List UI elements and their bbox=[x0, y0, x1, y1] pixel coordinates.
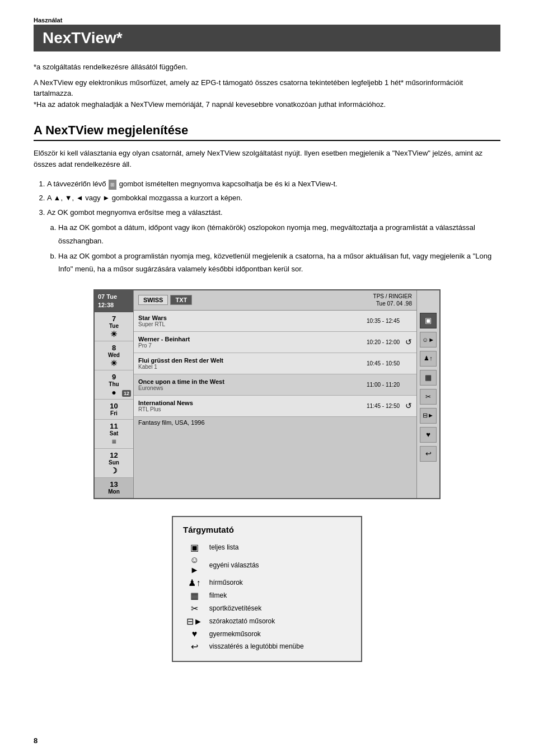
targy-label-6: gyermekműsorok bbox=[206, 628, 351, 640]
targy-row-6: ♥ gyermekműsorok bbox=[183, 628, 351, 640]
targy-row-0: ▣ teljes lista bbox=[183, 541, 351, 554]
targy-label-2: hírműsorok bbox=[206, 576, 351, 589]
targy-label-1: egyéni választás bbox=[206, 554, 351, 576]
epg-screen: 07 Tue 12:38 7 Tue ☀ 8 Wed ☀ 9 Thu ● 121… bbox=[93, 289, 441, 499]
epg-day-icon: ☀ bbox=[110, 330, 118, 339]
epg-day-badge: 12 bbox=[122, 390, 131, 397]
epg-tab-txt[interactable]: TXT bbox=[170, 295, 192, 305]
epg-record-icon: ↺ bbox=[405, 401, 412, 410]
epg-day-name: Sun bbox=[109, 459, 119, 466]
epg-day-thu[interactable]: 9 Thu ● 12 bbox=[95, 370, 133, 400]
targy-icon-0: ▣ bbox=[183, 541, 206, 554]
targy-label-4: sportközvetítések bbox=[206, 602, 351, 615]
targy-title: Tárgymutató bbox=[183, 525, 351, 534]
targy-label-5: szórakoztató műsorok bbox=[206, 615, 351, 628]
epg-day-icon: ☀ bbox=[110, 359, 118, 368]
epg-right-icons: ▣ ☺► ♟↑ ▦ ✂ ⊟► ♥ ↩ bbox=[417, 290, 439, 498]
epg-header-center: SWISS TXT TPS / RINGIER Tue 07. 04 .98 bbox=[134, 290, 416, 311]
intro1: *a szolgáltatás rendelkezésre állásától … bbox=[34, 62, 500, 73]
epg-day-mon[interactable]: 13 Mon bbox=[95, 478, 133, 498]
epg-programs-container: Star Wars Super RTL 10:35 - 12:45 Werner… bbox=[134, 311, 416, 417]
epg-day-name: Wed bbox=[108, 352, 120, 358]
epg-program-row-1[interactable]: Werner - Beinhart Pro 7 10:20 - 12:00 ↺ bbox=[134, 332, 416, 353]
epg-icon-children[interactable]: ♥ bbox=[420, 427, 437, 443]
epg-day-name: Mon bbox=[108, 489, 120, 495]
targy-label-0: teljes lista bbox=[206, 541, 351, 554]
epg-program-row-0[interactable]: Star Wars Super RTL 10:35 - 12:45 bbox=[134, 311, 416, 332]
epg-day-num: 13 bbox=[110, 480, 118, 489]
epg-day-sun[interactable]: 12 Sun ☽ bbox=[95, 449, 133, 478]
targy-icon-5: ⊟► bbox=[183, 615, 206, 628]
epg-header-info: TPS / RINGIER Tue 07. 04 .98 bbox=[373, 293, 412, 307]
epg-day-icon: ☽ bbox=[110, 466, 118, 475]
keyboard-icon: ⊞ bbox=[109, 180, 116, 190]
epg-day-name: Tue bbox=[109, 323, 119, 329]
targy-icon-3: ▦ bbox=[183, 589, 206, 602]
epg-days-container: 7 Tue ☀ 8 Wed ☀ 9 Thu ● 1210 Fri 11 Sat … bbox=[95, 312, 133, 498]
epg-day-num: 10 bbox=[110, 402, 118, 410]
targy-icon-2: ♟↑ bbox=[183, 576, 206, 589]
epg-day-tue[interactable]: 7 Tue ☀ bbox=[95, 312, 133, 341]
targy-row-1: ☺► egyéni választás bbox=[183, 554, 351, 576]
targy-row-4: ✂ sportközvetítések bbox=[183, 602, 351, 615]
page-title: NexTView* bbox=[43, 29, 491, 47]
substep-b: Ha az OK gombot a programlistán nyomja m… bbox=[58, 250, 500, 276]
epg-program-time: 11:45 - 12:50 bbox=[367, 403, 400, 409]
epg-day-num: 11 bbox=[110, 422, 118, 430]
epg-icon-list[interactable]: ▣ bbox=[420, 313, 437, 328]
step-2: A ▲, ▼, ◄ vagy ► gombokkal mozgassa a ku… bbox=[47, 191, 500, 204]
epg-day-icon: ≡ bbox=[111, 437, 116, 446]
epg-header-time: 12:38 bbox=[98, 302, 114, 308]
epg-day-icon: ● bbox=[111, 388, 116, 397]
epg-day-sat[interactable]: 11 Sat ≡ bbox=[95, 420, 133, 449]
epg-day-num: 7 bbox=[112, 314, 116, 323]
epg-icon-personal[interactable]: ☺► bbox=[420, 332, 437, 348]
epg-icon-entertainment[interactable]: ⊟► bbox=[420, 408, 437, 424]
targy-table: ▣ teljes lista ☺► egyéni választás ♟↑ hí… bbox=[183, 541, 351, 653]
targy-row-5: ⊟► szórakoztató műsorok bbox=[183, 615, 351, 628]
step-1: A távvezérlőn lévő ⊞ gombot ismételten m… bbox=[47, 177, 500, 190]
epg-day-column: 07 Tue 12:38 7 Tue ☀ 8 Wed ☀ 9 Thu ● 121… bbox=[95, 290, 134, 498]
epg-day-fri[interactable]: 10 Fri bbox=[95, 400, 133, 420]
epg-program-time: 10:20 - 12:00 bbox=[367, 339, 400, 345]
targy-row-2: ♟↑ hírműsorok bbox=[183, 576, 351, 589]
step-3: Az OK gombot megnyomva erősítse meg a vá… bbox=[47, 206, 500, 276]
epg-day-num: 12 bbox=[110, 451, 118, 459]
intro2: A NexTView egy elektronikus műsorfüzet, … bbox=[34, 77, 500, 110]
epg-program-column: SWISS TXT TPS / RINGIER Tue 07. 04 .98 S… bbox=[134, 290, 417, 498]
epg-program-time: 10:35 - 12:45 bbox=[367, 318, 400, 324]
title-box: NexTView* bbox=[34, 25, 500, 51]
epg-day-name: Thu bbox=[109, 381, 119, 387]
epg-day-wed[interactable]: 8 Wed ☀ bbox=[95, 341, 133, 370]
targy-label-3: filmek bbox=[206, 589, 351, 602]
targy-icon-7: ↩ bbox=[183, 640, 206, 653]
targy-tbody: ▣ teljes lista ☺► egyéni választás ♟↑ hí… bbox=[183, 541, 351, 653]
epg-icon-films[interactable]: ▦ bbox=[420, 370, 437, 386]
epg-icon-sports[interactable]: ✂ bbox=[420, 389, 437, 405]
targy-container: Tárgymutató ▣ teljes lista ☺► egyéni vál… bbox=[172, 516, 362, 662]
epg-program-row-2[interactable]: Flui grüsst den Rest der Welt Kabel 1 10… bbox=[134, 353, 416, 374]
epg-day-name: Sat bbox=[110, 430, 119, 436]
hasznalat-label: Használat bbox=[34, 17, 500, 24]
steps-list: A távvezérlőn lévő ⊞ gombot ismételten m… bbox=[47, 177, 500, 276]
epg-program-row-4[interactable]: International News RTL Plus 11:45 - 12:5… bbox=[134, 396, 416, 417]
targy-icon-6: ♥ bbox=[183, 628, 206, 640]
epg-record-icon: ↺ bbox=[405, 337, 412, 346]
epg-program-row-3[interactable]: Once upon a time in the West Euronews 11… bbox=[134, 374, 416, 396]
epg-info-line1: TPS / RINGIER bbox=[373, 293, 412, 299]
epg-day-num: 8 bbox=[112, 344, 116, 352]
targy-icon-4: ✂ bbox=[183, 602, 206, 615]
epg-current-datetime: 07 Tue 12:38 bbox=[95, 290, 133, 312]
epg-program-time: 11:00 - 11:20 bbox=[367, 382, 400, 388]
section-title: A NexTView megjelenítése bbox=[34, 123, 500, 141]
epg-icon-news[interactable]: ♟↑ bbox=[420, 351, 437, 367]
targy-row-7: ↩ visszatérés a legutóbbi menübe bbox=[183, 640, 351, 653]
targy-row-3: ▦ filmek bbox=[183, 589, 351, 602]
epg-tab-swiss[interactable]: SWISS bbox=[138, 295, 168, 305]
targy-icon-1: ☺► bbox=[183, 554, 206, 576]
epg-day-name: Fri bbox=[110, 410, 118, 416]
page-number: 8 bbox=[34, 736, 38, 745]
targy-label-7: visszatérés a legutóbbi menübe bbox=[206, 640, 351, 653]
epg-day-num: 9 bbox=[112, 373, 116, 381]
epg-icon-back[interactable]: ↩ bbox=[420, 446, 437, 462]
